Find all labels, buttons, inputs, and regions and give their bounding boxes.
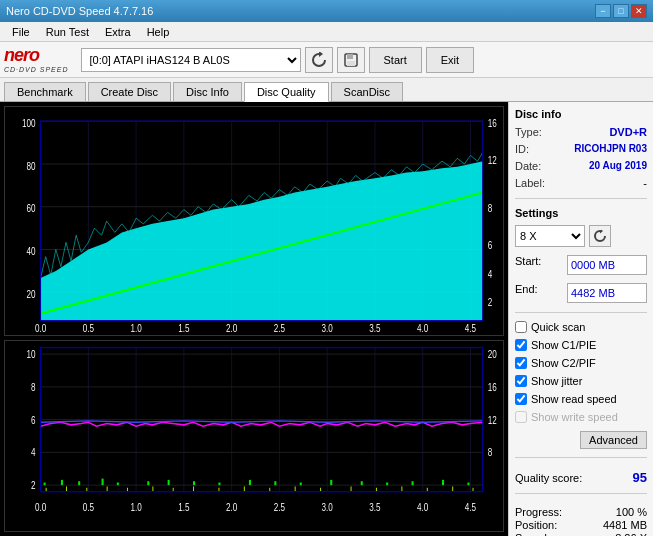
svg-rect-1 [347, 54, 353, 59]
position-value: 4481 MB [603, 519, 647, 531]
menu-extra[interactable]: Extra [97, 24, 139, 40]
exit-button[interactable]: Exit [426, 47, 474, 73]
svg-text:1.5: 1.5 [178, 322, 190, 335]
disc-date-value: 20 Aug 2019 [589, 160, 647, 172]
start-button[interactable]: Start [369, 47, 422, 73]
quick-scan-row: Quick scan [515, 321, 647, 333]
divider-1 [515, 198, 647, 199]
svg-text:10: 10 [26, 349, 35, 360]
svg-text:20: 20 [26, 288, 35, 301]
progress-label: Progress: [515, 506, 562, 518]
svg-rect-85 [295, 486, 296, 491]
svg-text:40: 40 [26, 245, 35, 258]
app-title: Nero CD-DVD Speed 4.7.7.16 [6, 5, 153, 17]
disc-id-row: ID: RICOHJPN R03 [515, 143, 647, 155]
save-icon[interactable] [337, 47, 365, 73]
progress-row: Progress: 100 % [515, 506, 647, 518]
svg-text:3.0: 3.0 [322, 502, 333, 513]
show-write-speed-checkbox [515, 411, 527, 423]
menu-file[interactable]: File [4, 24, 38, 40]
svg-rect-69 [361, 481, 363, 485]
toolbar: nero CD·DVD SPEED [0:0] ATAPI iHAS124 B … [0, 42, 653, 78]
tab-scan-disc[interactable]: ScanDisc [331, 82, 403, 101]
svg-rect-62 [168, 480, 170, 485]
svg-text:2: 2 [31, 480, 36, 491]
titlebar: Nero CD-DVD Speed 4.7.7.16 − □ ✕ [0, 0, 653, 22]
svg-rect-56 [44, 483, 46, 486]
speed-label: Speed: [515, 532, 550, 536]
refresh-icon[interactable] [305, 47, 333, 73]
show-c1-pie-checkbox[interactable] [515, 339, 527, 351]
close-button[interactable]: ✕ [631, 4, 647, 18]
svg-rect-70 [386, 483, 388, 486]
svg-rect-59 [102, 479, 104, 486]
svg-rect-63 [193, 481, 195, 485]
disc-label-value: - [643, 177, 647, 189]
divider-4 [515, 493, 647, 494]
show-jitter-label: Show jitter [531, 375, 582, 387]
lower-chart: 10 8 6 4 2 20 16 12 8 0.0 0.5 1.0 1.5 2.… [5, 341, 503, 531]
tabs: Benchmark Create Disc Disc Info Disc Qua… [0, 78, 653, 102]
svg-rect-67 [300, 483, 302, 486]
minimize-button[interactable]: − [595, 4, 611, 18]
progress-section: Progress: 100 % Position: 4481 MB Speed:… [515, 506, 647, 536]
svg-rect-2 [347, 61, 355, 66]
svg-text:80: 80 [26, 159, 35, 172]
quality-score-row: Quality score: 95 [515, 470, 647, 485]
reset-icon[interactable] [589, 225, 611, 247]
nero-logo: nero CD·DVD SPEED [4, 46, 69, 73]
svg-rect-66 [274, 481, 276, 485]
tab-create-disc[interactable]: Create Disc [88, 82, 171, 101]
svg-text:6: 6 [488, 239, 493, 252]
svg-rect-60 [117, 483, 119, 486]
disc-type-value: DVD+R [609, 126, 647, 138]
svg-text:1.0: 1.0 [130, 322, 142, 335]
show-read-speed-label: Show read speed [531, 393, 617, 405]
svg-rect-68 [330, 480, 332, 485]
svg-text:100: 100 [22, 117, 36, 130]
advanced-button[interactable]: Advanced [580, 431, 647, 449]
svg-text:4.5: 4.5 [465, 322, 477, 335]
menu-run-test[interactable]: Run Test [38, 24, 97, 40]
svg-rect-89 [401, 486, 402, 491]
svg-text:4.0: 4.0 [417, 322, 429, 335]
disc-id-label: ID: [515, 143, 529, 155]
svg-text:16: 16 [488, 382, 497, 393]
quick-scan-label: Quick scan [531, 321, 585, 333]
position-row: Position: 4481 MB [515, 519, 647, 531]
svg-rect-73 [467, 483, 469, 486]
maximize-button[interactable]: □ [613, 4, 629, 18]
disc-date-row: Date: 20 Aug 2019 [515, 160, 647, 172]
tab-disc-info[interactable]: Disc Info [173, 82, 242, 101]
show-c2-pif-checkbox[interactable] [515, 357, 527, 369]
svg-rect-65 [249, 480, 251, 485]
menu-help[interactable]: Help [139, 24, 178, 40]
show-read-speed-checkbox[interactable] [515, 393, 527, 405]
disc-id-value: RICOHJPN R03 [574, 143, 647, 155]
svg-rect-83 [244, 486, 245, 491]
quick-scan-checkbox[interactable] [515, 321, 527, 333]
speed-dropdown[interactable]: 1 X2 X4 X8 XMax [515, 225, 585, 247]
upper-chart: 100 80 60 40 20 16 12 8 6 4 2 0.0 0.5 1.… [5, 107, 503, 335]
svg-text:2.0: 2.0 [226, 502, 237, 513]
svg-text:4: 4 [31, 447, 36, 458]
svg-text:8: 8 [488, 202, 493, 215]
svg-marker-18 [41, 161, 483, 321]
svg-rect-75 [66, 486, 67, 491]
svg-rect-72 [442, 480, 444, 485]
disc-date-label: Date: [515, 160, 541, 172]
svg-text:0.5: 0.5 [83, 322, 95, 335]
svg-text:3.5: 3.5 [369, 322, 381, 335]
drive-dropdown[interactable]: [0:0] ATAPI iHAS124 B AL0S [81, 48, 301, 72]
tab-benchmark[interactable]: Benchmark [4, 82, 86, 101]
tab-disc-quality[interactable]: Disc Quality [244, 82, 329, 102]
start-mb-input[interactable] [567, 255, 647, 275]
end-mb-input[interactable] [567, 283, 647, 303]
svg-text:12: 12 [488, 154, 497, 167]
start-mb-row: Start: [515, 255, 647, 275]
divider-2 [515, 312, 647, 313]
speed-setting-row: 1 X2 X4 X8 XMax [515, 225, 647, 247]
svg-rect-57 [61, 480, 63, 485]
svg-text:20: 20 [488, 349, 497, 360]
show-jitter-checkbox[interactable] [515, 375, 527, 387]
